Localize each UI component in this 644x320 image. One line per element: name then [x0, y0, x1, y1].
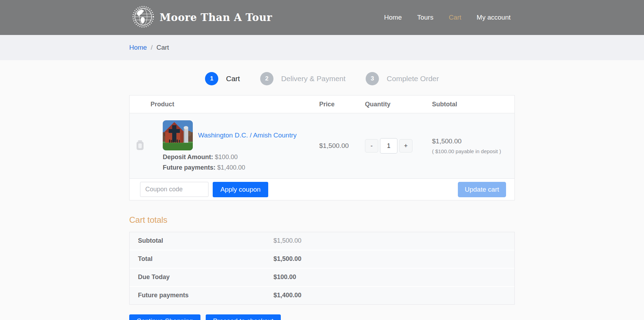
subtotal-column-header: Subtotal [432, 95, 514, 113]
apply-coupon-button[interactable]: Apply coupon [213, 182, 268, 197]
product-column-header: Product [151, 95, 319, 113]
totals-value: $1,400.00 [273, 287, 514, 304]
breadcrumb-separator: / [151, 44, 153, 51]
totals-row-subtotal: Subtotal $1,500.00 [130, 232, 514, 250]
breadcrumb-current: Cart [156, 44, 169, 51]
totals-label: Subtotal [130, 232, 273, 250]
totals-value: $1,500.00 [273, 250, 514, 268]
price-column-header: Price [319, 95, 365, 113]
totals-row-future-payments: Future payments $1,400.00 [130, 287, 514, 304]
breadcrumb-home-link[interactable]: Home [129, 44, 147, 51]
deposit-amount-value: $100.00 [215, 154, 237, 161]
step-label: Complete Order [387, 74, 439, 83]
remove-column-header [130, 95, 151, 113]
nav-item-tours[interactable]: Tours [417, 14, 433, 21]
future-payments-value: $1,400.00 [217, 164, 245, 171]
continue-shopping-button[interactable]: Continue Shopping [129, 314, 200, 320]
step-number-badge: 2 [260, 72, 273, 85]
totals-label: Due Today [130, 269, 273, 286]
coupon-row: Apply coupon Update cart [130, 178, 514, 200]
quantity-stepper: - + [365, 138, 432, 154]
remove-item-icon[interactable] [136, 140, 145, 152]
breadcrumb-band: Home / Cart [0, 35, 644, 60]
item-subtotal: $1,500.00 [432, 137, 514, 145]
totals-value: $1,500.00 [273, 232, 514, 250]
brand-logo[interactable]: Moore Than A Tour [132, 6, 272, 29]
nav-item-cart[interactable]: Cart [449, 14, 461, 21]
totals-label: Total [130, 250, 273, 268]
main-nav: Home Tours Cart My account [384, 14, 511, 21]
step-label: Delivery & Payment [281, 74, 345, 83]
nav-item-my-account[interactable]: My account [477, 14, 511, 21]
nav-item-home[interactable]: Home [384, 14, 402, 21]
cart-item-row: Washington D.C. / Amish Country Deposit … [130, 113, 514, 178]
step-number-badge: 1 [205, 72, 218, 85]
cart-actions: Continue Shopping Proceed to checkout [129, 314, 515, 320]
cart-table: Product Price Quantity Subtotal [129, 95, 515, 200]
main-content: 1 Cart 2 Delivery & Payment 3 Complete O… [129, 72, 515, 320]
totals-row-due-today: Due Today $100.00 [130, 269, 514, 287]
totals-row-total: Total $1,500.00 [130, 250, 514, 269]
coupon-code-input[interactable] [140, 182, 208, 197]
deposit-amount-label: Deposit Amount: [163, 154, 213, 161]
proceed-to-checkout-button[interactable]: Proceed to checkout [206, 314, 281, 320]
globe-compass-icon [132, 6, 154, 29]
site-header: Moore Than A Tour Home Tours Cart My acc… [0, 0, 644, 35]
totals-value: $100.00 [273, 269, 514, 286]
item-price: $1,500.00 [319, 142, 365, 150]
quantity-increase-button[interactable]: + [399, 139, 412, 152]
future-payments-line: Future payments: $1,400.00 [163, 164, 319, 171]
brand-name: Moore Than A Tour [160, 12, 272, 23]
step-delivery-payment[interactable]: 2 Delivery & Payment [260, 72, 345, 85]
quantity-column-header: Quantity [365, 95, 432, 113]
cart-totals-table: Subtotal $1,500.00 Total $1,500.00 Due T… [129, 232, 515, 305]
totals-label: Future payments [130, 287, 273, 304]
quantity-input[interactable] [380, 138, 397, 154]
step-number-badge: 3 [366, 72, 379, 85]
step-label: Cart [226, 74, 240, 83]
step-cart[interactable]: 1 Cart [205, 72, 240, 85]
update-cart-button[interactable]: Update cart [458, 182, 506, 197]
future-payments-label: Future payments: [163, 164, 215, 171]
product-title-link[interactable]: Washington D.C. / Amish Country [198, 131, 297, 139]
product-image[interactable] [163, 120, 193, 150]
checkout-steps: 1 Cart 2 Delivery & Payment 3 Complete O… [129, 72, 515, 85]
deposit-amount-line: Deposit Amount: $100.00 [163, 154, 319, 161]
item-subtotal-deposit-note: ( $100.00 payable in deposit ) [432, 148, 514, 154]
quantity-decrease-button[interactable]: - [365, 139, 378, 152]
step-complete-order[interactable]: 3 Complete Order [366, 72, 439, 85]
cart-table-header: Product Price Quantity Subtotal [130, 95, 514, 113]
breadcrumb: Home / Cart [129, 44, 515, 51]
cart-totals-heading: Cart totals [129, 215, 515, 225]
